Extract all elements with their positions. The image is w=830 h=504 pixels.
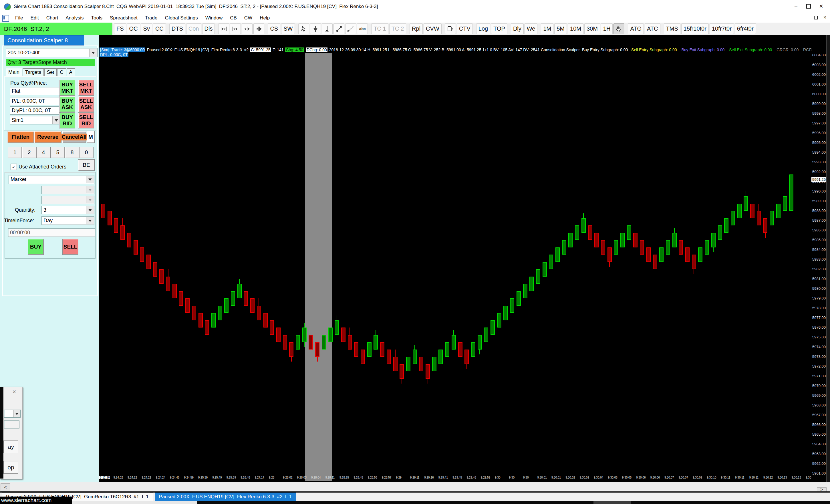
menu-file[interactable]: File — [11, 15, 27, 21]
sell-ask-button[interactable]: SELLASK — [78, 96, 94, 112]
qty-preset-5[interactable]: 5 — [51, 147, 65, 158]
text-tool-icon[interactable]: abc — [357, 24, 368, 34]
crosshair-tool-icon[interactable] — [310, 24, 321, 34]
menu-window[interactable]: Window — [202, 15, 226, 21]
toolbar-button-tms[interactable]: TMS — [664, 24, 680, 34]
scroll-left-icon[interactable]: < — [1, 483, 10, 492]
replay-value-field[interactable] — [4, 420, 20, 429]
menu-spreadsheet[interactable]: Spreadsheet — [106, 15, 141, 21]
toolbar-button-atg[interactable]: ATG — [628, 24, 644, 34]
account-combobox[interactable]: Sim1 — [10, 116, 61, 124]
pointer-tool-icon[interactable] — [298, 24, 309, 34]
chevron-down-icon[interactable] — [86, 217, 94, 224]
toolbar-button-dis[interactable]: Dis — [202, 24, 215, 34]
ray-tool-icon[interactable] — [345, 24, 356, 34]
toolbar-button-fs[interactable]: FS — [114, 24, 126, 34]
panel-tab-a[interactable]: A — [67, 68, 75, 76]
title-bar[interactable]: Sierra Chart 1853 Consolidation Scalper … — [0, 0, 830, 14]
scroll-right-icon[interactable]: > — [817, 487, 827, 492]
order-type-combobox[interactable]: Market — [8, 175, 94, 184]
trade-panel-title-tab[interactable]: Consolidation Scalper 8 — [4, 35, 84, 45]
expand-bars-icon[interactable] — [253, 24, 264, 34]
tif-combobox[interactable]: Day — [41, 216, 94, 225]
panel-tab-main[interactable]: Main — [6, 68, 22, 76]
toolbar-button-con[interactable]: Con — [186, 24, 201, 34]
use-attached-orders-checkbox[interactable]: ✓ — [10, 164, 17, 170]
toolbar-button-15fr10t0r[interactable]: 15fr10t0r — [681, 24, 709, 34]
toolbar-button-we[interactable]: We — [524, 24, 538, 34]
toolbar-button-cs[interactable]: CS — [268, 24, 280, 34]
close-icon[interactable]: × — [11, 388, 18, 395]
toolbar-button-cvw[interactable]: CVW — [423, 24, 442, 34]
menu-chart[interactable]: Chart — [43, 15, 62, 21]
vertical-line-tool-icon[interactable] — [322, 24, 332, 34]
qty-preset-0[interactable]: 0 — [79, 147, 94, 158]
chevron-down-icon[interactable] — [13, 410, 20, 417]
toolbar-button-sw[interactable]: SW — [281, 24, 295, 34]
buy-button[interactable]: BUY — [28, 239, 44, 255]
toolbar-button-cc[interactable]: CC — [153, 24, 166, 34]
toolbar-button-sv[interactable]: Sv — [141, 24, 152, 34]
hand-tool-icon[interactable] — [613, 24, 625, 34]
price-scale[interactable]: 6004.006003.006002.006001.006000.005999.… — [811, 35, 827, 481]
chevron-down-icon[interactable] — [89, 49, 97, 57]
menu-trade[interactable]: Trade — [141, 15, 161, 21]
chevron-down-icon[interactable] — [86, 176, 94, 183]
menu-cw[interactable]: CW — [241, 15, 256, 21]
toolbar-button-rpl[interactable]: Rpl — [410, 24, 423, 34]
chart-tab-active[interactable]: Paused 2.00X: F.US.ENQH19 [CV] Flex Renk… — [155, 493, 296, 501]
menu-cb[interactable]: CB — [226, 15, 241, 21]
chart-area[interactable]: [Sim] Trade: 3@6000.00 Paused 2.00X: F.U… — [99, 35, 811, 481]
qty-preset-8[interactable]: 8 — [65, 147, 79, 158]
bar-spacing-increase-icon[interactable] — [218, 24, 229, 34]
toolbar-button-dly[interactable]: Dly — [511, 24, 524, 34]
menu-help[interactable]: Help — [256, 15, 274, 21]
horizontal-scrollbar[interactable]: < > — [0, 482, 830, 492]
menu-analysis[interactable]: Analysis — [62, 15, 87, 21]
buy-bid-button[interactable]: BUYBID — [59, 113, 75, 128]
chevron-down-icon[interactable] — [52, 117, 60, 124]
child-minimize-icon[interactable]: – — [803, 14, 810, 21]
toolbar-button-1h[interactable]: 1H — [601, 24, 613, 34]
panel-tab-c[interactable]: C — [57, 68, 66, 76]
toolbar-button-ctv[interactable]: CTV — [457, 24, 473, 34]
qty-preset-4[interactable]: 4 — [36, 147, 51, 158]
chart-window-icon[interactable] — [2, 15, 9, 22]
menu-tools[interactable]: Tools — [88, 15, 106, 21]
cancel-all-button[interactable]: CancelAll — [62, 131, 86, 143]
child-close-icon[interactable]: ✕ — [822, 14, 828, 21]
time-field[interactable]: 00:00:00 — [8, 228, 95, 237]
buy-mkt-button[interactable]: BUYMKT — [59, 80, 75, 96]
toolbar-button-log[interactable]: Log — [476, 24, 490, 34]
close-icon[interactable]: ✕ — [817, 2, 825, 10]
panel-tab-targets[interactable]: Targets — [23, 68, 44, 76]
bar-spacing-decrease-icon[interactable] — [230, 24, 241, 34]
sell-bid-button[interactable]: SELLBID — [78, 113, 94, 128]
child-restore-icon[interactable] — [812, 14, 819, 21]
toolbar-button-30m[interactable]: 30M — [584, 24, 600, 34]
toolbar-button-10fr7t0r[interactable]: 10fr7t0r — [710, 24, 734, 34]
toolbar-button-oc[interactable]: OC — [127, 24, 140, 34]
preset-combobox[interactable]: 20s 10-20-40t — [6, 48, 98, 57]
maximize-icon[interactable] — [804, 2, 813, 10]
toolbar-button-10m[interactable]: 10M — [568, 24, 583, 34]
breakeven-button[interactable]: BE — [78, 159, 95, 171]
qty-preset-2[interactable]: 2 — [22, 147, 36, 158]
replay-play-button[interactable]: ay — [3, 441, 18, 453]
panel-tab-set[interactable]: Set — [44, 68, 57, 76]
trade-window-icon[interactable] — [445, 24, 456, 34]
replay-speed-combobox[interactable] — [4, 410, 21, 418]
flatten-button[interactable]: Flatten — [7, 131, 34, 143]
toolbar-button-6fr4t0r[interactable]: 6fr4t0r — [735, 24, 756, 34]
minimize-panel-button[interactable]: M — [87, 131, 95, 143]
toolbar-button-atc[interactable]: ATC — [645, 24, 661, 34]
replay-stop-button[interactable]: op — [3, 461, 18, 474]
menu-edit[interactable]: Edit — [27, 15, 42, 21]
toolbar-button-5m[interactable]: 5M — [554, 24, 567, 34]
toolbar-button-tc2[interactable]: TC 2 — [389, 24, 406, 34]
sell-button[interactable]: SELL — [62, 239, 78, 255]
buy-ask-button[interactable]: BUYASK — [59, 96, 75, 112]
toolbar-button-1m[interactable]: 1M — [541, 24, 553, 34]
chevron-down-icon[interactable] — [86, 206, 94, 214]
minimize-icon[interactable]: – — [792, 2, 800, 10]
